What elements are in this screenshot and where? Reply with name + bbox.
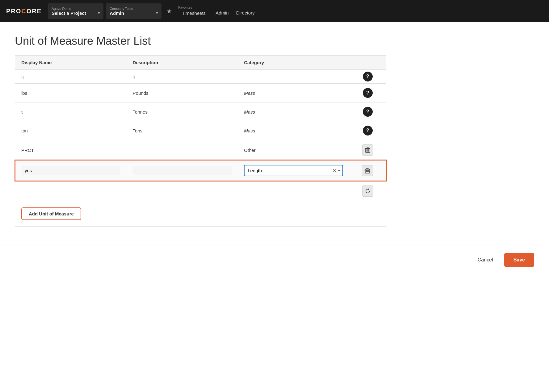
- new-row-desc: [127, 181, 238, 201]
- editing-desc-input[interactable]: [133, 166, 232, 175]
- new-row-cat: [238, 181, 349, 201]
- table-header-row: Display Name Description Category: [15, 56, 386, 70]
- favorites-group: Favorites Timesheets: [178, 4, 209, 18]
- info-icon-lbs[interactable]: ?: [363, 88, 373, 98]
- add-unit-button[interactable]: Add Unit of Measure: [21, 207, 81, 220]
- col-header-action: [349, 56, 386, 70]
- directory-link[interactable]: Directory: [233, 9, 258, 17]
- logo: PROCORE: [6, 8, 42, 15]
- category-select-wrap: Length Mass Other Area Volume Count Time…: [244, 165, 343, 176]
- tools-main-label: Admin ▾: [110, 10, 158, 16]
- info-icon[interactable]: ?: [363, 72, 373, 81]
- editing-name-input[interactable]: [22, 166, 120, 175]
- tools-dropdown-arrow: ▾: [156, 11, 158, 15]
- add-row-cell: Add Unit of Measure: [15, 201, 386, 227]
- timesheets-link[interactable]: Timesheets: [178, 9, 209, 17]
- tools-dropdown[interactable]: Company Tools Admin ▾: [106, 3, 161, 19]
- bottom-bar: Cancel Save: [0, 245, 549, 274]
- editing-row-cat-cell: Length Mass Other Area Volume Count Time…: [238, 160, 349, 181]
- info-icon-ton[interactable]: ?: [363, 126, 373, 136]
- row-ton-action: ?: [349, 121, 386, 140]
- main-content: Unit of Measure Master List Display Name…: [0, 22, 401, 245]
- trash-button-prct[interactable]: [362, 144, 373, 156]
- new-empty-row: [15, 181, 386, 201]
- tools-sub-label: Company Tools: [110, 7, 158, 10]
- favorites-star-icon[interactable]: ★: [164, 5, 174, 17]
- row-t-action: ?: [349, 102, 386, 121]
- new-row-action: [349, 181, 386, 201]
- nav-links: Favorites Timesheets Admin Directory: [178, 4, 258, 18]
- row-t-desc: Tonnes: [127, 102, 238, 121]
- reload-button[interactable]: [362, 186, 373, 197]
- partial-name: g: [15, 70, 127, 84]
- page-title: Unit of Measure Master List: [15, 35, 387, 48]
- row-lbs-desc: Pounds: [127, 84, 238, 102]
- favorites-label: Favorites: [178, 6, 209, 9]
- row-lbs-name: lbs: [15, 84, 127, 102]
- table-row: PRCT Other: [15, 140, 386, 161]
- editing-row-desc-cell: [127, 160, 238, 181]
- row-prct-action: [349, 140, 386, 161]
- new-row-name: [15, 181, 127, 201]
- row-ton-cat: Mass: [238, 121, 349, 140]
- partial-cat: [238, 70, 349, 84]
- project-dropdown-arrow: ▾: [98, 11, 100, 15]
- editing-row-action-cell: [349, 160, 386, 181]
- table-row: ton Tons Mass ?: [15, 121, 386, 140]
- table-row: lbs Pounds Mass ?: [15, 84, 386, 102]
- row-prct-desc: [127, 140, 238, 161]
- editing-row-name-cell: [15, 160, 127, 181]
- project-sub-label: Agave Demo: [52, 7, 100, 10]
- col-header-category: Category: [238, 56, 349, 70]
- clear-category-button[interactable]: ✕: [332, 167, 337, 174]
- row-prct-cat: Other: [238, 140, 349, 161]
- row-prct-name: PRCT: [15, 140, 127, 161]
- cancel-button[interactable]: Cancel: [473, 254, 498, 266]
- add-row: Add Unit of Measure: [15, 201, 386, 227]
- table-row: t Tonnes Mass ?: [15, 102, 386, 121]
- info-icon-t[interactable]: ?: [363, 107, 373, 117]
- col-header-display-name: Display Name: [15, 56, 127, 70]
- row-t-name: t: [15, 102, 127, 121]
- save-button[interactable]: Save: [504, 253, 534, 267]
- project-main-label: Select a Project ▾: [52, 10, 100, 16]
- reload-icon: [365, 188, 371, 194]
- trash-button-yds[interactable]: [362, 165, 373, 176]
- unit-of-measure-table: Display Name Description Category g g ? …: [15, 55, 387, 227]
- row-lbs-cat: Mass: [238, 84, 349, 102]
- row-ton-desc: Tons: [127, 121, 238, 140]
- category-select[interactable]: Length Mass Other Area Volume Count Time: [245, 165, 332, 176]
- trash-icon: [365, 147, 370, 153]
- row-ton-name: ton: [15, 121, 127, 140]
- select-arrow-icon: ▾: [338, 169, 340, 173]
- trash-icon-yds: [365, 168, 370, 173]
- admin-link[interactable]: Admin: [212, 9, 233, 17]
- partial-desc: g: [127, 70, 238, 84]
- editing-row-yds: Length Mass Other Area Volume Count Time…: [15, 160, 386, 181]
- row-lbs-action: ?: [349, 84, 386, 102]
- table-row-partial: g g ?: [15, 70, 386, 84]
- row-t-cat: Mass: [238, 102, 349, 121]
- col-header-description: Description: [127, 56, 238, 70]
- project-dropdown[interactable]: Agave Demo Select a Project ▾: [48, 3, 103, 19]
- select-controls: ✕ ▾: [332, 167, 342, 174]
- partial-action: ?: [349, 70, 386, 84]
- navbar: PROCORE Agave Demo Select a Project ▾ Co…: [0, 0, 549, 22]
